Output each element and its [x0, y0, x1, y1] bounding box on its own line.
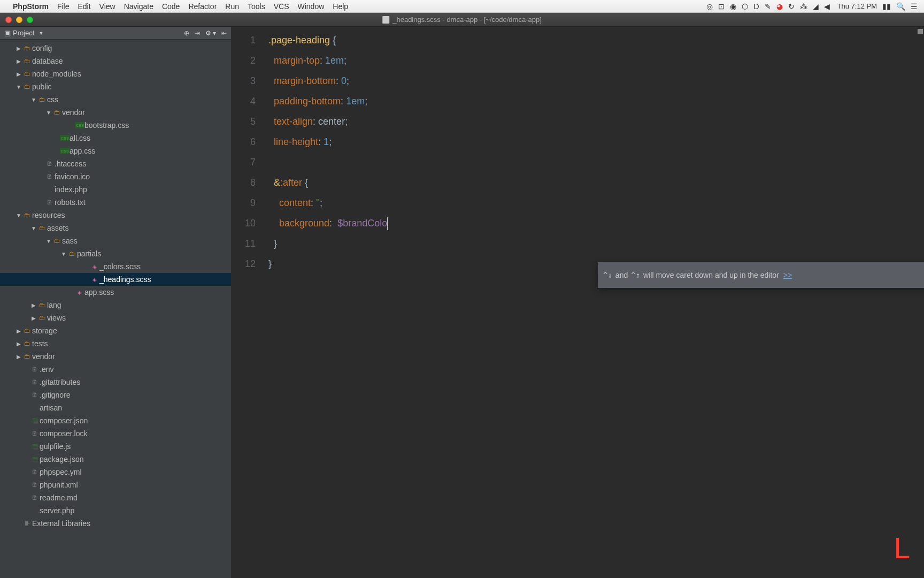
code-editor[interactable]: 123456789101112 .page-heading { margin-t… — [231, 27, 924, 578]
tree-item[interactable]: 🗎readme.md — [0, 491, 231, 504]
expand-arrow-icon[interactable]: ▶ — [30, 315, 37, 321]
expand-arrow-icon[interactable]: ▶ — [15, 58, 22, 64]
notification-center-icon[interactable]: ☰ — [911, 2, 918, 11]
hide-icon[interactable]: ⇤ — [221, 29, 227, 37]
tree-item[interactable]: 🗎.gitattributes — [0, 376, 231, 389]
tree-item[interactable]: ▶🗀config — [0, 42, 231, 55]
tray-icon[interactable]: ◎ — [706, 2, 713, 11]
expand-arrow-icon[interactable]: ▼ — [60, 251, 67, 257]
tree-item[interactable]: 🗎.env — [0, 363, 231, 376]
expand-arrow-icon[interactable]: ▼ — [15, 84, 22, 90]
tree-item[interactable]: ▶🗀database — [0, 55, 231, 67]
line-number[interactable]: 6 — [231, 132, 256, 152]
project-tool-window-button[interactable]: ▣ Project ▼ — [4, 29, 43, 37]
project-tree[interactable]: ▶🗀config▶🗀database▶🗀node_modules▼🗀public… — [0, 40, 231, 530]
tree-item[interactable]: server.php — [0, 504, 231, 517]
line-number[interactable]: 10 — [231, 213, 256, 233]
gear-icon[interactable]: ⚙ ▾ — [205, 29, 216, 37]
expand-arrow-icon[interactable]: ▶ — [15, 328, 22, 334]
expand-arrow-icon[interactable]: ▼ — [45, 110, 52, 116]
tree-item[interactable]: ▶🗀lang — [0, 299, 231, 311]
menu-view[interactable]: View — [99, 2, 116, 11]
tree-item[interactable]: ▤package.json — [0, 453, 231, 466]
tree-item[interactable]: ▼🗀partials — [0, 247, 231, 260]
expand-arrow-icon[interactable]: ▼ — [30, 97, 37, 103]
collapse-icon[interactable]: ⇥ — [195, 29, 200, 37]
tree-item[interactable]: 🗎.htaccess — [0, 157, 231, 170]
tree-item[interactable]: index.php — [0, 183, 231, 196]
tray-icon[interactable]: ◕ — [776, 2, 783, 11]
tree-item[interactable]: ⊪External Libraries — [0, 517, 231, 530]
tree-item[interactable]: ◈_headings.scss — [0, 273, 231, 286]
time-machine-icon[interactable]: ↻ — [788, 2, 795, 11]
autoscroll-icon[interactable]: ⊕ — [184, 29, 189, 37]
tree-item[interactable]: ▼🗀css — [0, 93, 231, 106]
line-number[interactable]: 2 — [231, 50, 256, 71]
project-sidebar[interactable]: ▣ Project ▼ ⊕ ⇥ ⚙ ▾ ⇤ ▶🗀config▶🗀database… — [0, 27, 231, 578]
tree-item[interactable]: ◈app.scss — [0, 286, 231, 299]
line-number[interactable]: 9 — [231, 193, 256, 213]
battery-icon[interactable]: ▮▮ — [882, 2, 891, 11]
wifi-icon[interactable]: ◢ — [813, 2, 819, 11]
expand-arrow-icon[interactable]: ▼ — [30, 225, 37, 231]
tray-icon[interactable]: ⊡ — [718, 2, 725, 11]
tree-item[interactable]: ▼🗀vendor — [0, 106, 231, 119]
editor-content[interactable]: .page-heading { margin-top: 1em; margin-… — [268, 27, 924, 274]
tree-item[interactable]: 🗎.gitignore — [0, 389, 231, 401]
window-maximize-button[interactable] — [27, 17, 33, 23]
tree-item[interactable]: 🗎favicon.ico — [0, 170, 231, 183]
menu-vcs[interactable]: VCS — [274, 2, 289, 11]
line-number[interactable]: 1 — [231, 30, 256, 50]
expand-arrow-icon[interactable]: ▶ — [15, 354, 22, 360]
expand-arrow-icon[interactable]: ▶ — [15, 341, 22, 347]
menu-refactor[interactable]: Refactor — [188, 2, 217, 11]
menu-window[interactable]: Window — [298, 2, 325, 11]
tree-item[interactable]: ▼🗀sass — [0, 234, 231, 247]
dropbox-icon[interactable]: ⬡ — [742, 2, 748, 11]
tree-item[interactable]: ▶🗀tests — [0, 337, 231, 350]
tree-item[interactable]: ◈_colors.scss — [0, 260, 231, 273]
tree-item[interactable]: ▶🗀vendor — [0, 350, 231, 363]
line-number[interactable]: 8 — [231, 172, 256, 193]
app-name[interactable]: PhpStorm — [13, 2, 49, 11]
bluetooth-icon[interactable]: ⁂ — [800, 2, 807, 11]
menu-file[interactable]: File — [57, 2, 70, 11]
chevron-down-icon[interactable]: ▼ — [38, 31, 43, 36]
line-number[interactable]: 7 — [231, 152, 256, 172]
window-close-button[interactable] — [5, 17, 12, 23]
tray-icon[interactable]: D — [753, 2, 759, 11]
tree-item[interactable]: 🗎phpspec.yml — [0, 466, 231, 478]
window-minimize-button[interactable] — [16, 17, 22, 23]
volume-icon[interactable]: ◀ — [824, 2, 830, 11]
expand-arrow-icon[interactable]: ▶ — [15, 71, 22, 77]
line-number[interactable]: 4 — [231, 91, 256, 111]
tree-item[interactable]: ▶🗀node_modules — [0, 67, 231, 80]
line-number[interactable]: 5 — [231, 111, 256, 132]
tree-item[interactable]: ▤composer.json — [0, 414, 231, 427]
tree-item[interactable]: cssbootstrap.css — [0, 119, 231, 132]
menu-tools[interactable]: Tools — [248, 2, 265, 11]
tree-item[interactable]: ▶🗀storage — [0, 324, 231, 337]
menu-help[interactable]: Help — [333, 2, 348, 11]
expand-arrow-icon[interactable]: ▶ — [15, 45, 22, 51]
line-number[interactable]: 12 — [231, 254, 256, 274]
tree-item[interactable]: ▼🗀public — [0, 80, 231, 93]
expand-arrow-icon[interactable]: ▼ — [15, 212, 22, 218]
menubar-clock[interactable]: Thu 7:12 PM — [837, 2, 877, 10]
expand-arrow-icon[interactable]: ▶ — [30, 302, 37, 308]
line-number[interactable]: 11 — [231, 233, 256, 254]
tree-item[interactable]: ▶🗀views — [0, 311, 231, 324]
menu-code[interactable]: Code — [162, 2, 180, 11]
tray-icon[interactable]: ◉ — [730, 2, 736, 11]
tree-item[interactable]: 🗎phpunit.xml — [0, 478, 231, 491]
tree-item[interactable]: 🗎robots.txt — [0, 196, 231, 209]
expand-arrow-icon[interactable]: ▼ — [45, 238, 52, 244]
tree-item[interactable]: ▼🗀assets — [0, 222, 231, 234]
tree-item[interactable]: artisan — [0, 401, 231, 414]
more-link[interactable]: >> — [783, 265, 792, 285]
menu-edit[interactable]: Edit — [78, 2, 90, 11]
tree-item[interactable]: ▼🗀resources — [0, 209, 231, 222]
spotlight-icon[interactable]: 🔍 — [896, 2, 905, 11]
tree-item[interactable]: 🗎composer.lock — [0, 427, 231, 440]
menu-run[interactable]: Run — [225, 2, 239, 11]
